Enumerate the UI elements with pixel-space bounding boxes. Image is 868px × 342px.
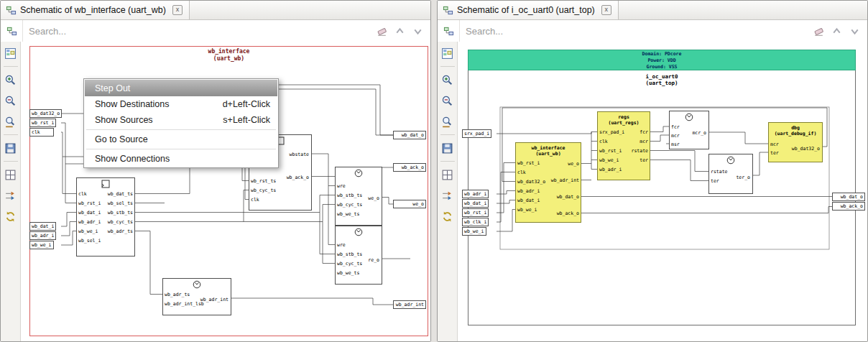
block-type: (uart_regs) — [598, 120, 650, 126]
module-title: i_oc_uart0 (uart_top) — [468, 73, 856, 86]
tab-title: Schematic of i_oc_uart0 (uart_top) — [457, 5, 595, 15]
zoom-in-button[interactable] — [440, 72, 456, 88]
pin[interactable]: wb_rst_i — [29, 119, 56, 127]
zoom-selection-button[interactable] — [440, 114, 456, 129]
output-pin[interactable]: wb_adr_int — [393, 300, 426, 309]
toolbar-separator — [4, 161, 18, 162]
block-address-decode[interactable]: wb_adr_tswb_adr_int_lsb wb_adr_int — [162, 278, 231, 315]
output-pin[interactable]: wb_dat_o — [393, 131, 426, 139]
structure-button[interactable] — [440, 45, 456, 61]
port-label: wb_rst_i — [599, 147, 622, 156]
search-options-button[interactable] — [1, 20, 23, 42]
save-button[interactable] — [3, 140, 19, 156]
pin[interactable]: wb_we_i — [29, 241, 54, 249]
search-options-button[interactable] — [438, 20, 460, 42]
block-ter-logic[interactable]: rstateter ter_o — [708, 154, 753, 194]
search-bar — [1, 20, 430, 42]
block-read-enable[interactable]: wrewb_stb_tswb_cyc_tswb_we_ts re_o — [335, 226, 382, 285]
pin[interactable]: wb_dat_i — [29, 222, 56, 231]
output-pin[interactable]: wb_ack_o — [393, 163, 426, 172]
zoom-out-button[interactable] — [440, 93, 456, 108]
pin[interactable]: wb_we_i — [462, 227, 486, 236]
search-input[interactable] — [460, 26, 812, 37]
menu-item-show-connections[interactable]: Show Connections — [85, 151, 277, 167]
structure-button[interactable] — [3, 45, 19, 61]
port-label: wb_cyc_ts — [337, 259, 362, 269]
schematic-icon — [443, 5, 453, 16]
tab-close-icon[interactable]: x — [172, 5, 183, 15]
menu-label: Go to Source — [95, 134, 148, 144]
trace-button[interactable] — [440, 188, 456, 203]
block-register-stage[interactable]: clkwb_rst_iwb_dat_iwb_adr_iwb_we_iwb_sel… — [76, 177, 135, 256]
port-label: wb_we_ts — [337, 269, 359, 278]
zoom-selection-button[interactable] — [3, 114, 19, 129]
port-label: wb_we_i — [517, 205, 537, 215]
pin[interactable]: srx_pad_i — [462, 129, 491, 138]
pin[interactable]: wb_rst_i — [462, 208, 489, 217]
zoom-out-button[interactable] — [3, 93, 19, 108]
pin[interactable]: wb_dat_i — [462, 199, 489, 208]
block-wb-interface[interactable]: wb_interface (uart_wb) wb_rst_iclkwb_dat… — [515, 142, 581, 223]
input-pins-top[interactable]: wb_dat32_owb_rst_iclk — [29, 109, 62, 137]
output-pin[interactable]: we_o — [393, 200, 426, 208]
refresh-button[interactable] — [3, 208, 19, 224]
pin[interactable]: wb_adr_i — [462, 190, 489, 198]
block-mcr-logic[interactable]: fcrmcrmsr mcr_o — [669, 111, 709, 149]
search-previous-button[interactable] — [830, 24, 843, 37]
menu-item-show-sources[interactable]: Show Sources s+Left-Click — [85, 112, 277, 128]
arrow-up-icon — [831, 25, 843, 37]
port-label: Ground: VSS — [468, 64, 855, 70]
port-label: wb_cyc_ts — [108, 218, 133, 227]
clear-search-button[interactable] — [375, 24, 388, 37]
search-next-button[interactable] — [411, 24, 424, 37]
zoom-in-icon — [441, 74, 453, 86]
refresh-button[interactable] — [440, 208, 456, 224]
schematic-canvas[interactable]: Domain: PDcorePower: VDDGround: VSS i_oc… — [458, 42, 867, 341]
clock-icon — [354, 169, 363, 177]
output-pin[interactable]: wb_ack_o — [832, 202, 865, 211]
grid-button[interactable] — [3, 167, 19, 182]
schematic-canvas[interactable]: wb_interface (uart_wb) wb_dat32_owb_rst_… — [21, 42, 430, 341]
grid-icon — [4, 169, 17, 181]
port-label: wb_we_ts — [337, 210, 359, 219]
trace-icon — [441, 190, 453, 202]
port-label: wb_stb_ts — [337, 191, 362, 200]
search-next-button[interactable] — [848, 24, 861, 37]
search-previous-button[interactable] — [393, 24, 406, 37]
tab-close-icon[interactable]: x — [601, 5, 611, 15]
menu-label: Show Destinations — [95, 99, 170, 109]
pin[interactable]: wb_dat32_o — [29, 109, 62, 118]
module-name: wb_interface — [29, 48, 428, 55]
clock-icon — [354, 228, 363, 236]
port-label: wb_dat_ts — [108, 190, 133, 199]
zoom-in-button[interactable] — [3, 72, 19, 88]
clear-search-button[interactable] — [812, 24, 825, 37]
input-pins-bottom[interactable]: wb_dat_iwb_adr_iwb_we_i — [29, 222, 56, 249]
port-label: we_o — [568, 156, 579, 172]
tab-schematic-wb-interface[interactable]: Schematic of wb_interface (uart_wb) x — [1, 1, 190, 19]
input-pins-top[interactable]: srx_pad_i — [462, 129, 491, 138]
block-regs[interactable]: regs (uart_regs) srx_pad_iclkwb_rst_iwb_… — [597, 111, 650, 180]
zoom-out-icon — [441, 95, 453, 107]
pin[interactable]: wb_clk_i — [462, 218, 489, 226]
trace-button[interactable] — [3, 188, 19, 203]
menu-label: Show Sources — [95, 115, 153, 125]
pin[interactable]: wb_adr_i — [29, 231, 56, 240]
menu-separator — [86, 129, 276, 130]
grid-button[interactable] — [440, 167, 456, 182]
pin[interactable]: clk — [29, 128, 54, 137]
port-label: Domain: PDcore — [468, 51, 855, 57]
port-label: clk — [78, 190, 87, 199]
search-input[interactable] — [23, 26, 375, 37]
block-write-enable[interactable]: wrewb_stb_tswb_cyc_tswb_we_ts we_o — [335, 167, 382, 226]
output-pin[interactable]: wb_dat_o — [832, 193, 865, 201]
input-pins-bottom[interactable]: wb_adr_iwb_dat_iwb_rst_iwb_clk_iwb_we_i — [462, 190, 489, 236]
menu-item-show-destinations[interactable]: Show Destinations d+Left-Click — [85, 96, 277, 112]
menu-item-go-to-source[interactable]: Go to Source — [85, 131, 277, 147]
port-label: wre — [337, 182, 346, 191]
tab-schematic-i-oc-uart0[interactable]: Schematic of i_oc_uart0 (uart_top) x — [438, 1, 619, 19]
menu-item-step-out[interactable]: Step Out — [85, 80, 277, 96]
save-button[interactable] — [440, 140, 456, 156]
port-label: wre — [337, 241, 346, 250]
block-dbg[interactable]: dbg (uart_debug_if) mcrter wb_dat32_o — [768, 122, 823, 162]
